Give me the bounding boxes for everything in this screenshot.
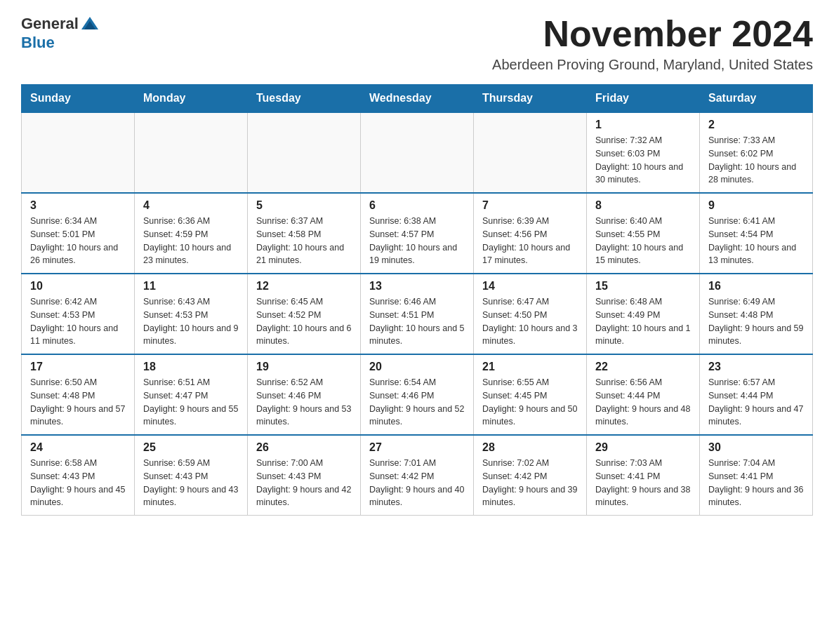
cell-day-number: 26 <box>256 441 352 454</box>
cell-sun-info: Sunrise: 7:03 AM Sunset: 4:41 PM Dayligh… <box>595 457 691 509</box>
cell-day-number: 3 <box>30 199 126 212</box>
weekday-header-saturday: Saturday <box>700 85 813 113</box>
cell-day-number: 6 <box>369 199 465 212</box>
cell-day-number: 16 <box>708 280 804 293</box>
calendar-cell: 2Sunrise: 7:33 AM Sunset: 6:02 PM Daylig… <box>700 112 813 193</box>
calendar-cell: 29Sunrise: 7:03 AM Sunset: 4:41 PM Dayli… <box>587 435 700 516</box>
cell-day-number: 25 <box>143 441 239 454</box>
cell-day-number: 5 <box>256 199 352 212</box>
logo-blue-text: Blue <box>21 34 55 52</box>
calendar-cell <box>248 112 361 193</box>
cell-day-number: 24 <box>30 441 126 454</box>
weekday-header-thursday: Thursday <box>474 85 587 113</box>
cell-day-number: 9 <box>708 199 804 212</box>
calendar-cell: 26Sunrise: 7:00 AM Sunset: 4:43 PM Dayli… <box>248 435 361 516</box>
calendar-week-row: 3Sunrise: 6:34 AM Sunset: 5:01 PM Daylig… <box>22 193 813 274</box>
cell-day-number: 2 <box>708 119 804 131</box>
cell-sun-info: Sunrise: 6:45 AM Sunset: 4:52 PM Dayligh… <box>256 295 352 348</box>
calendar-header-row: SundayMondayTuesdayWednesdayThursdayFrid… <box>22 85 813 113</box>
calendar-cell: 18Sunrise: 6:51 AM Sunset: 4:47 PM Dayli… <box>135 354 248 435</box>
cell-day-number: 27 <box>369 441 465 454</box>
calendar-week-row: 1Sunrise: 7:32 AM Sunset: 6:03 PM Daylig… <box>22 112 813 193</box>
page-subtitle: Aberdeen Proving Ground, Maryland, Unite… <box>492 57 813 73</box>
cell-sun-info: Sunrise: 6:52 AM Sunset: 4:46 PM Dayligh… <box>256 376 352 429</box>
calendar-cell: 28Sunrise: 7:02 AM Sunset: 4:42 PM Dayli… <box>474 435 587 516</box>
cell-day-number: 4 <box>143 199 239 212</box>
cell-sun-info: Sunrise: 6:56 AM Sunset: 4:44 PM Dayligh… <box>595 376 691 429</box>
cell-day-number: 8 <box>595 199 691 212</box>
calendar-cell: 6Sunrise: 6:38 AM Sunset: 4:57 PM Daylig… <box>361 193 474 274</box>
title-block: November 2024 Aberdeen Proving Ground, M… <box>492 14 813 73</box>
cell-sun-info: Sunrise: 6:34 AM Sunset: 5:01 PM Dayligh… <box>30 215 126 267</box>
calendar-cell: 25Sunrise: 6:59 AM Sunset: 4:43 PM Dayli… <box>135 435 248 516</box>
calendar-cell: 12Sunrise: 6:45 AM Sunset: 4:52 PM Dayli… <box>248 274 361 354</box>
cell-sun-info: Sunrise: 7:32 AM Sunset: 6:03 PM Dayligh… <box>595 134 691 187</box>
calendar-cell: 11Sunrise: 6:43 AM Sunset: 4:53 PM Dayli… <box>135 274 248 354</box>
cell-day-number: 30 <box>708 441 804 454</box>
calendar-cell: 22Sunrise: 6:56 AM Sunset: 4:44 PM Dayli… <box>587 354 700 435</box>
calendar-cell <box>361 112 474 193</box>
calendar-cell: 9Sunrise: 6:41 AM Sunset: 4:54 PM Daylig… <box>700 193 813 274</box>
cell-day-number: 19 <box>256 361 352 373</box>
calendar-cell: 17Sunrise: 6:50 AM Sunset: 4:48 PM Dayli… <box>22 354 135 435</box>
cell-day-number: 22 <box>595 361 691 373</box>
calendar-cell: 14Sunrise: 6:47 AM Sunset: 4:50 PM Dayli… <box>474 274 587 354</box>
cell-sun-info: Sunrise: 6:58 AM Sunset: 4:43 PM Dayligh… <box>30 457 126 509</box>
cell-sun-info: Sunrise: 6:57 AM Sunset: 4:44 PM Dayligh… <box>708 376 804 429</box>
cell-day-number: 7 <box>482 199 578 212</box>
cell-day-number: 12 <box>256 280 352 293</box>
calendar-cell: 24Sunrise: 6:58 AM Sunset: 4:43 PM Dayli… <box>22 435 135 516</box>
calendar-cell: 3Sunrise: 6:34 AM Sunset: 5:01 PM Daylig… <box>22 193 135 274</box>
logo-icon <box>80 14 100 34</box>
cell-day-number: 29 <box>595 441 691 454</box>
cell-sun-info: Sunrise: 6:51 AM Sunset: 4:47 PM Dayligh… <box>143 376 239 429</box>
cell-sun-info: Sunrise: 7:00 AM Sunset: 4:43 PM Dayligh… <box>256 457 352 509</box>
calendar-cell: 1Sunrise: 7:32 AM Sunset: 6:03 PM Daylig… <box>587 112 700 193</box>
cell-sun-info: Sunrise: 6:37 AM Sunset: 4:58 PM Dayligh… <box>256 215 352 267</box>
cell-sun-info: Sunrise: 7:01 AM Sunset: 4:42 PM Dayligh… <box>369 457 465 509</box>
calendar-cell <box>22 112 135 193</box>
calendar-cell: 23Sunrise: 6:57 AM Sunset: 4:44 PM Dayli… <box>700 354 813 435</box>
weekday-header-tuesday: Tuesday <box>248 85 361 113</box>
cell-sun-info: Sunrise: 6:42 AM Sunset: 4:53 PM Dayligh… <box>30 295 126 348</box>
cell-day-number: 11 <box>143 280 239 293</box>
cell-day-number: 20 <box>369 361 465 373</box>
cell-sun-info: Sunrise: 6:46 AM Sunset: 4:51 PM Dayligh… <box>369 295 465 348</box>
cell-sun-info: Sunrise: 7:04 AM Sunset: 4:41 PM Dayligh… <box>708 457 804 509</box>
logo-general-text: General <box>21 15 79 33</box>
calendar-week-row: 17Sunrise: 6:50 AM Sunset: 4:48 PM Dayli… <box>22 354 813 435</box>
cell-day-number: 21 <box>482 361 578 373</box>
calendar-week-row: 10Sunrise: 6:42 AM Sunset: 4:53 PM Dayli… <box>22 274 813 354</box>
calendar-table: SundayMondayTuesdayWednesdayThursdayFrid… <box>21 84 813 516</box>
cell-sun-info: Sunrise: 6:49 AM Sunset: 4:48 PM Dayligh… <box>708 295 804 348</box>
calendar-cell: 20Sunrise: 6:54 AM Sunset: 4:46 PM Dayli… <box>361 354 474 435</box>
cell-day-number: 13 <box>369 280 465 293</box>
calendar-cell: 10Sunrise: 6:42 AM Sunset: 4:53 PM Dayli… <box>22 274 135 354</box>
calendar-cell: 16Sunrise: 6:49 AM Sunset: 4:48 PM Dayli… <box>700 274 813 354</box>
logo: General Blue <box>21 14 100 52</box>
calendar-cell: 30Sunrise: 7:04 AM Sunset: 4:41 PM Dayli… <box>700 435 813 516</box>
weekday-header-sunday: Sunday <box>22 85 135 113</box>
cell-day-number: 14 <box>482 280 578 293</box>
calendar-cell <box>474 112 587 193</box>
weekday-header-wednesday: Wednesday <box>361 85 474 113</box>
cell-day-number: 1 <box>595 119 691 131</box>
cell-sun-info: Sunrise: 6:59 AM Sunset: 4:43 PM Dayligh… <box>143 457 239 509</box>
calendar-week-row: 24Sunrise: 6:58 AM Sunset: 4:43 PM Dayli… <box>22 435 813 516</box>
calendar-cell: 21Sunrise: 6:55 AM Sunset: 4:45 PM Dayli… <box>474 354 587 435</box>
calendar-cell: 19Sunrise: 6:52 AM Sunset: 4:46 PM Dayli… <box>248 354 361 435</box>
cell-day-number: 15 <box>595 280 691 293</box>
calendar-cell: 15Sunrise: 6:48 AM Sunset: 4:49 PM Dayli… <box>587 274 700 354</box>
cell-sun-info: Sunrise: 6:43 AM Sunset: 4:53 PM Dayligh… <box>143 295 239 348</box>
weekday-header-monday: Monday <box>135 85 248 113</box>
cell-sun-info: Sunrise: 6:54 AM Sunset: 4:46 PM Dayligh… <box>369 376 465 429</box>
calendar-cell <box>135 112 248 193</box>
cell-sun-info: Sunrise: 6:50 AM Sunset: 4:48 PM Dayligh… <box>30 376 126 429</box>
cell-sun-info: Sunrise: 6:39 AM Sunset: 4:56 PM Dayligh… <box>482 215 578 267</box>
page-header: General Blue November 2024 Aberdeen Prov… <box>21 14 813 73</box>
cell-day-number: 18 <box>143 361 239 373</box>
calendar-cell: 5Sunrise: 6:37 AM Sunset: 4:58 PM Daylig… <box>248 193 361 274</box>
cell-sun-info: Sunrise: 6:47 AM Sunset: 4:50 PM Dayligh… <box>482 295 578 348</box>
cell-sun-info: Sunrise: 6:41 AM Sunset: 4:54 PM Dayligh… <box>708 215 804 267</box>
calendar-cell: 13Sunrise: 6:46 AM Sunset: 4:51 PM Dayli… <box>361 274 474 354</box>
